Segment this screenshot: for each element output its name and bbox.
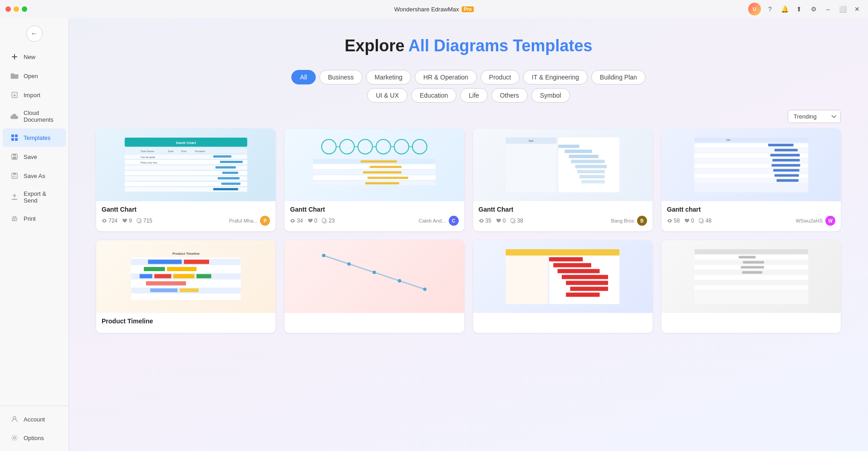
sort-select[interactable]: Trending Newest Most Viewed Most Copied: [788, 110, 841, 123]
svg-rect-139: [694, 275, 808, 279]
template-card[interactable]: [473, 240, 652, 333]
svg-rect-111: [173, 274, 194, 278]
svg-text:Task Name: Task Name: [141, 150, 155, 153]
template-card[interactable]: Product Timeline: [96, 240, 275, 333]
template-card[interactable]: Task: [662, 129, 841, 231]
filter-all[interactable]: All: [291, 70, 316, 84]
svg-rect-141: [694, 286, 808, 290]
sidebar-item-account[interactable]: Account: [3, 410, 66, 428]
sidebar-new-label: New: [24, 54, 35, 60]
svg-rect-74: [578, 170, 605, 173]
svg-rect-99: [699, 218, 702, 222]
author-avatar: C: [449, 216, 459, 226]
sidebar-item-print[interactable]: Print: [3, 209, 66, 228]
views-count: 724: [108, 218, 118, 224]
svg-rect-14: [13, 220, 15, 220]
filter-hr[interactable]: HR & Operation: [415, 70, 477, 84]
sidebar-account-label: Account: [24, 416, 45, 423]
sidebar-item-cloud[interactable]: Cloud Documents: [3, 105, 66, 128]
help-button[interactable]: ?: [765, 4, 775, 15]
titlebar-actions: U ? 🔔 ⬆ ⚙ – ⬜ ✕: [748, 3, 863, 15]
sidebar-saveas-label: Save As: [24, 173, 45, 179]
window-minimize-button[interactable]: [14, 6, 19, 12]
template-thumbnail: Gantt Chart Task Name Start End Duration…: [96, 129, 275, 201]
svg-rect-80: [694, 138, 808, 143]
filter-education[interactable]: Education: [411, 88, 456, 103]
template-card[interactable]: [284, 240, 464, 333]
svg-rect-143: [743, 261, 764, 264]
svg-text:Task: Task: [529, 139, 534, 142]
window-close-button[interactable]: [5, 6, 11, 12]
sidebar-templates-label: Templates: [24, 134, 50, 141]
filter-symbol[interactable]: Symbol: [531, 88, 570, 103]
svg-rect-94: [771, 164, 800, 167]
svg-rect-96: [774, 174, 799, 177]
template-thumbnail: [284, 240, 464, 313]
cloud-icon: [10, 112, 19, 121]
settings-button[interactable]: ⚙: [808, 4, 819, 15]
minimize-button[interactable]: –: [823, 4, 834, 15]
filter-life[interactable]: Life: [460, 88, 488, 103]
close-button[interactable]: ✕: [852, 4, 863, 15]
sidebar-item-export[interactable]: Export & Send: [3, 186, 66, 208]
svg-rect-131: [570, 287, 608, 291]
sidebar-item-new[interactable]: New: [3, 48, 66, 66]
views-stat: 58: [667, 218, 680, 224]
notification-button[interactable]: 🔔: [779, 4, 790, 15]
sidebar-item-save-as[interactable]: Save As: [3, 167, 66, 185]
template-thumbnail: [473, 240, 652, 313]
template-info: Product Timeline: [96, 313, 275, 333]
user-avatar[interactable]: U: [748, 3, 761, 15]
save-icon: [10, 152, 19, 161]
svg-point-44: [358, 139, 373, 154]
sidebar-item-templates[interactable]: Templates: [3, 129, 66, 147]
filter-uiux[interactable]: UI & UX: [367, 88, 407, 103]
svg-rect-140: [694, 280, 808, 284]
svg-rect-106: [144, 267, 165, 271]
copies-count: 715: [143, 218, 152, 224]
share-button[interactable]: ⬆: [794, 4, 804, 15]
svg-rect-6: [15, 138, 18, 141]
filter-row-1: All Business Marketing HR & Operation Pr…: [96, 70, 841, 84]
likes-stat: 0: [496, 218, 506, 224]
sidebar-item-import[interactable]: Import: [3, 86, 66, 104]
account-icon: [10, 415, 19, 424]
restore-button[interactable]: ⬜: [837, 4, 848, 15]
filter-it[interactable]: IT & Engineering: [523, 70, 588, 84]
template-card[interactable]: [662, 240, 841, 333]
filter-building[interactable]: Building Plan: [591, 70, 646, 84]
sidebar-item-save[interactable]: Save: [3, 148, 66, 166]
svg-text:Place your text: Place your text: [141, 161, 157, 164]
filter-marketing[interactable]: Marketing: [366, 70, 411, 84]
template-card[interactable]: Gantt Chart 34 0 23: [284, 129, 464, 231]
pro-badge: Pro: [462, 6, 474, 12]
filter-others[interactable]: Others: [491, 88, 528, 103]
svg-rect-9: [13, 157, 16, 159]
window-maximize-button[interactable]: [22, 6, 27, 12]
template-card[interactable]: Gantt Chart Task Name Start End Duration…: [96, 129, 275, 231]
filter-business[interactable]: Business: [319, 70, 363, 84]
svg-rect-3: [11, 134, 14, 137]
views-stat: 35: [479, 218, 491, 224]
sort-row: Trending Newest Most Viewed Most Copied: [96, 110, 841, 123]
sidebar-item-open[interactable]: Open: [3, 67, 66, 85]
back-button[interactable]: ←: [26, 25, 43, 42]
svg-point-47: [412, 139, 427, 154]
author-name: Caleb And...: [419, 218, 446, 223]
template-author: Praful Mha... P: [229, 216, 270, 226]
svg-rect-64: [322, 218, 325, 222]
likes-count: 0: [314, 218, 318, 224]
svg-point-121: [398, 279, 401, 282]
svg-rect-62: [365, 182, 399, 184]
svg-rect-93: [772, 159, 799, 162]
template-icon: [10, 133, 19, 142]
svg-rect-109: [139, 274, 152, 278]
author-name: Bang Bros: [611, 218, 634, 223]
filter-product[interactable]: Product: [481, 70, 520, 84]
template-card[interactable]: Task Gantt Chart: [473, 129, 652, 231]
sidebar-item-options[interactable]: Options: [3, 429, 66, 447]
svg-rect-107: [167, 267, 196, 271]
likes-stat: 9: [122, 218, 132, 224]
copies-stat: 38: [510, 218, 523, 224]
template-name: Gantt Chart: [479, 206, 647, 213]
